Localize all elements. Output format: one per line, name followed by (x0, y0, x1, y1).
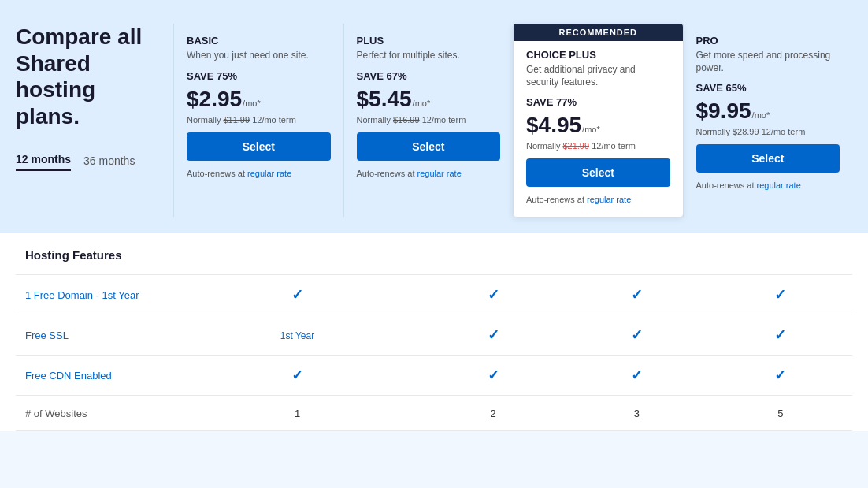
table-row: Free CDN Enabled ✓ ✓ ✓ ✓ (16, 356, 852, 396)
plan-basic-save: SAVE 75% (187, 70, 331, 82)
plan-basic-period: /mo* (243, 99, 261, 108)
plan-choice-plus-price: $4.95 /mo* (526, 113, 670, 138)
table-row: 1 Free Domain - 1st Year ✓ ✓ ✓ ✓ (16, 275, 852, 315)
plan-basic-name: BASIC (187, 35, 331, 47)
feature-choiceplus-websites: 3 (565, 396, 708, 431)
plan-plus-normal: Normally $16.99 12/mo term (357, 115, 501, 125)
plan-choice-plus-period: /mo* (582, 125, 600, 134)
plan-choice-plus-dollar: $4.95 (526, 113, 581, 138)
plan-basic-autorenew: Auto-renews at regular rate (187, 169, 331, 178)
plan-pro-price: $9.95 /mo* (696, 99, 840, 124)
feature-plus-cdn: ✓ (421, 356, 565, 396)
plans-grid: BASIC When you just need one site. SAVE … (173, 24, 852, 217)
term-tab-12[interactable]: 12 months (16, 153, 71, 171)
plan-choice-plus-name: CHOICE PLUS (526, 49, 670, 61)
plan-pro-desc: Get more speed and processing power. (696, 50, 840, 74)
feature-basic-ssl: 1st Year (173, 315, 421, 356)
select-choice-plus-button[interactable]: Select (526, 158, 670, 187)
hero-section: Compare all Shared hosting plans. 12 mon… (0, 0, 868, 233)
plan-plus-rate-link[interactable]: regular rate (417, 169, 462, 178)
feature-plus-websites: 2 (421, 396, 565, 431)
plan-pro-save: SAVE 65% (696, 82, 840, 94)
plan-pro-name: PRO (696, 35, 840, 47)
plan-plus-save: SAVE 67% (357, 70, 501, 82)
plan-pro: PRO Get more speed and processing power.… (683, 24, 853, 217)
table-row: Free SSL 1st Year ✓ ✓ ✓ (16, 315, 852, 356)
select-basic-button[interactable]: Select (187, 132, 331, 161)
feature-label-websites: # of Websites (16, 396, 173, 431)
plan-plus: PLUS Perfect for multiple sites. SAVE 67… (343, 24, 514, 217)
plan-plus-autorenew: Auto-renews at regular rate (357, 169, 501, 178)
features-header-row: Hosting Features (16, 233, 852, 275)
plan-choice-plus-save: SAVE 77% (526, 96, 670, 108)
term-tab-36[interactable]: 36 months (83, 155, 135, 170)
plan-basic-price: $2.95 /mo* (187, 87, 331, 112)
plan-choice-plus-autorenew: Auto-renews at regular rate (526, 195, 670, 204)
select-plus-button[interactable]: Select (357, 132, 501, 161)
hero-left: Compare all Shared hosting plans. 12 mon… (16, 24, 173, 171)
plan-choice-plus-normal: Normally $21.99 12/mo term (526, 141, 670, 151)
plan-basic-dollar: $2.95 (187, 87, 242, 112)
plan-plus-desc: Perfect for multiple sites. (357, 50, 501, 62)
plan-pro-normal: Normally $28.99 12/mo term (696, 127, 840, 136)
plan-plus-period: /mo* (413, 99, 431, 108)
recommended-badge: RECOMMENDED (514, 24, 683, 41)
feature-plus-domain: ✓ (421, 275, 565, 315)
feature-plus-ssl: ✓ (421, 315, 565, 356)
feature-label-cdn: Free CDN Enabled (16, 356, 173, 396)
features-section: Hosting Features 1 Free Domain - 1st Yea… (0, 233, 868, 431)
features-section-title: Hosting Features (16, 233, 173, 275)
feature-label-domain: 1 Free Domain - 1st Year (16, 275, 173, 315)
plan-plus-price: $5.45 /mo* (357, 87, 501, 112)
plan-pro-period: /mo* (752, 110, 770, 120)
plan-choice-plus-desc: Get additional privacy and security feat… (526, 64, 670, 88)
plan-pro-dollar: $9.95 (696, 99, 751, 124)
feature-pro-ssl: ✓ (709, 315, 852, 356)
plan-pro-rate-link[interactable]: regular rate (757, 181, 801, 190)
plan-choice-plus: RECOMMENDED CHOICE PLUS Get additional p… (513, 24, 683, 217)
features-table: Hosting Features 1 Free Domain - 1st Yea… (16, 233, 852, 431)
select-pro-button[interactable]: Select (696, 144, 840, 173)
plan-basic-rate-link[interactable]: regular rate (247, 169, 291, 178)
plan-plus-name: PLUS (357, 35, 501, 47)
plan-basic-desc: When you just need one site. (187, 50, 331, 62)
feature-choiceplus-ssl: ✓ (565, 315, 708, 356)
plan-basic-normal: Normally $11.99 12/mo term (187, 115, 331, 125)
plan-choice-plus-rate-link[interactable]: regular rate (587, 195, 631, 204)
feature-basic-domain: ✓ (173, 275, 421, 315)
feature-choiceplus-domain: ✓ (565, 275, 708, 315)
feature-pro-websites: 5 (709, 396, 852, 431)
feature-label-ssl: Free SSL (16, 315, 173, 356)
plan-plus-dollar: $5.45 (357, 87, 412, 112)
plan-basic: BASIC When you just need one site. SAVE … (173, 24, 343, 217)
feature-choiceplus-cdn: ✓ (565, 356, 708, 396)
feature-basic-websites: 1 (173, 396, 421, 431)
plan-pro-autorenew: Auto-renews at regular rate (696, 181, 840, 190)
feature-pro-domain: ✓ (709, 275, 852, 315)
table-row: # of Websites 1 2 3 5 (16, 396, 852, 431)
page-title: Compare all Shared hosting plans. (16, 24, 158, 129)
term-tabs: 12 months 36 months (16, 153, 158, 171)
feature-pro-cdn: ✓ (709, 356, 852, 396)
feature-basic-cdn: ✓ (173, 356, 421, 396)
